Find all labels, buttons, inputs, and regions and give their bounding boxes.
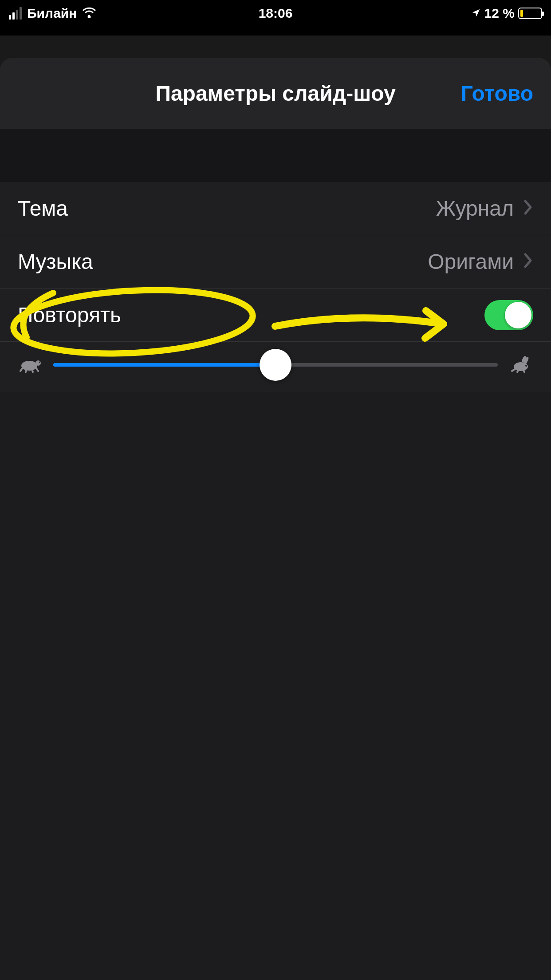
- repeat-right: [484, 300, 533, 330]
- music-right: Оригами: [428, 249, 533, 274]
- music-row[interactable]: Музыка Оригами: [0, 235, 551, 288]
- slider-thumb[interactable]: [260, 349, 291, 381]
- done-button[interactable]: Готово: [461, 81, 533, 106]
- rabbit-icon: [508, 355, 533, 375]
- svg-point-2: [35, 360, 41, 366]
- battery-pct: 12 %: [484, 6, 515, 21]
- music-value: Оригами: [428, 249, 514, 274]
- svg-point-5: [525, 365, 527, 367]
- speed-slider-row: [0, 342, 551, 392]
- settings-list: Тема Журнал Музыка Оригами Повторять: [0, 182, 551, 392]
- svg-point-1: [21, 361, 37, 371]
- chevron-right-icon: [523, 198, 533, 220]
- theme-right: Журнал: [436, 196, 533, 221]
- sheet-title: Параметры слайд-шоу: [155, 81, 395, 106]
- sheet-gap: [0, 129, 551, 182]
- settings-sheet: Параметры слайд-шоу Готово Тема Журнал М…: [0, 58, 551, 980]
- theme-value: Журнал: [436, 196, 514, 221]
- status-left: Билайн: [9, 6, 96, 21]
- repeat-row: Повторять: [0, 288, 551, 342]
- speed-slider[interactable]: [53, 363, 498, 367]
- repeat-label: Повторять: [18, 303, 121, 327]
- svg-point-0: [88, 15, 91, 17]
- carrier-label: Билайн: [27, 6, 77, 21]
- location-icon: [471, 6, 481, 21]
- svg-point-3: [39, 362, 40, 363]
- status-time: 18:06: [259, 6, 293, 21]
- status-right: 12 %: [471, 6, 542, 21]
- sheet-header: Параметры слайд-шоу Готово: [0, 58, 551, 129]
- slider-fill: [53, 363, 276, 367]
- repeat-toggle[interactable]: [484, 300, 533, 330]
- signal-icon: [9, 7, 22, 20]
- theme-row[interactable]: Тема Журнал: [0, 182, 551, 235]
- turtle-icon: [18, 355, 43, 375]
- status-bar: Билайн 18:06 12 %: [0, 0, 551, 27]
- music-label: Музыка: [18, 249, 93, 274]
- theme-label: Тема: [18, 196, 68, 221]
- chevron-right-icon: [523, 251, 533, 273]
- wifi-icon: [82, 6, 96, 21]
- battery-icon: [518, 8, 542, 19]
